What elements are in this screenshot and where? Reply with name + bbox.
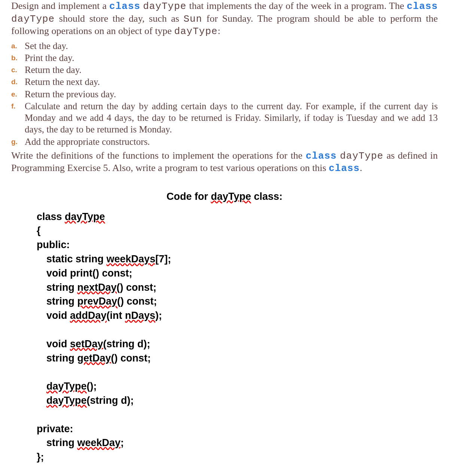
code-line: };	[37, 450, 438, 464]
code-line: dayType();	[37, 379, 438, 394]
list-text: Return the previous day.	[25, 88, 438, 100]
code-line: static string weekDays[7];	[37, 252, 438, 266]
problem-outro: Write the definitions of the functions t…	[11, 150, 438, 175]
keyword-class: class	[407, 1, 438, 12]
blank-line	[37, 323, 438, 337]
code-daytype: dayType	[11, 13, 55, 25]
code-line: string getDay() const;	[37, 351, 438, 366]
code-line: void setDay(string d);	[37, 337, 438, 351]
code-line: string prevDay() const;	[37, 295, 438, 309]
code-block: Code for dayType class: class dayType { …	[37, 190, 438, 464]
list-text: Calculate and return the day by adding c…	[25, 100, 438, 135]
code-daytype: dayType	[340, 150, 383, 162]
code-daytype: dayType	[143, 1, 186, 12]
code-line: string weekDay;	[37, 436, 438, 450]
code-title: Code for dayType class:	[11, 190, 438, 204]
code-line: {	[37, 224, 438, 238]
list-item: a. Set the day.	[11, 40, 438, 52]
list-marker-b: b.	[11, 52, 25, 62]
blank-line	[37, 408, 438, 422]
list-marker-a: a.	[11, 40, 25, 50]
list-text: Set the day.	[25, 40, 438, 52]
code-line: class dayType	[37, 210, 438, 224]
code-line: void print() const;	[37, 266, 438, 281]
list-item: c. Return the day.	[11, 64, 438, 76]
code-line: string nextDay() const;	[37, 281, 438, 295]
code-line: dayType(string d);	[37, 394, 438, 408]
list-marker-e: e.	[11, 88, 25, 98]
list-item: b. Print the day.	[11, 52, 438, 64]
intro-text: Design and implement a	[11, 0, 109, 11]
list-text: Return the next day.	[25, 76, 438, 88]
problem-intro: Design and implement a class dayType tha…	[11, 0, 438, 38]
list-text: Add the appropriate constructors.	[25, 136, 438, 147]
keyword-class: class	[329, 163, 360, 174]
operations-list: a. Set the day. b. Print the day. c. Ret…	[11, 40, 438, 147]
code-daytype: dayType	[174, 26, 217, 37]
code-line: private:	[37, 422, 438, 436]
list-item: f. Calculate and return the day by addin…	[11, 100, 438, 135]
blank-line	[37, 365, 438, 379]
keyword-class: class	[306, 150, 337, 162]
list-marker-f: f.	[11, 100, 25, 110]
code-line: public:	[37, 238, 438, 252]
list-item: d. Return the next day.	[11, 76, 438, 88]
list-marker-c: c.	[11, 64, 25, 74]
list-marker-d: d.	[11, 76, 25, 86]
list-item: e. Return the previous day.	[11, 88, 438, 100]
list-text: Print the day.	[25, 52, 438, 64]
spell-daytype: dayType	[211, 191, 251, 202]
list-item: g. Add the appropriate constructors.	[11, 136, 438, 147]
code-line: void addDay(int nDays);	[37, 309, 438, 323]
keyword-class: class	[109, 1, 140, 12]
list-marker-g: g.	[11, 136, 25, 146]
list-text: Return the day.	[25, 64, 438, 76]
code-sun: Sun	[183, 13, 202, 25]
